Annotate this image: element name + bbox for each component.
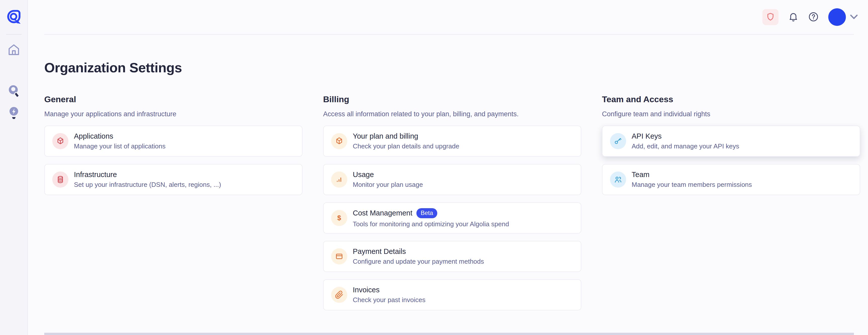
card-subtitle: Manage your list of applications bbox=[74, 142, 165, 150]
bar-chart-icon bbox=[331, 171, 347, 188]
section-general: General Manage your applications and inf… bbox=[44, 94, 303, 195]
section-subtitle: Configure team and individual rights bbox=[602, 110, 860, 118]
card-title: Infrastructure bbox=[74, 170, 117, 179]
algolia-logo[interactable] bbox=[0, 0, 27, 34]
card-subtitle: Add, edit, and manage your API keys bbox=[632, 142, 739, 150]
card-title: Usage bbox=[353, 170, 374, 179]
bell-icon bbox=[788, 11, 799, 23]
chevron-down-icon bbox=[850, 14, 858, 20]
section-billing: Billing Access all information related t… bbox=[323, 94, 581, 310]
section-subtitle: Access all information related to your p… bbox=[323, 110, 581, 118]
card-subtitle: Set up your infrastructure (DSN, alerts,… bbox=[74, 181, 221, 189]
paperclip-icon bbox=[331, 287, 347, 303]
people-icon bbox=[610, 171, 626, 188]
card-subtitle: Monitor your plan usage bbox=[353, 181, 423, 189]
key-icon bbox=[610, 133, 626, 149]
card-subtitle: Manage your team members permissions bbox=[632, 181, 752, 189]
sidebar-item-search[interactable] bbox=[7, 84, 21, 100]
beta-badge: Beta bbox=[416, 208, 437, 218]
recommend-product-icon bbox=[7, 106, 21, 122]
dollar-icon: $ bbox=[331, 210, 347, 226]
card-title: Invoices bbox=[353, 286, 379, 294]
settings-card-team[interactable]: Team Manage your team members permission… bbox=[602, 164, 860, 195]
help-button[interactable] bbox=[808, 11, 819, 23]
section-team-and-access: Team and Access Configure team and indiv… bbox=[602, 94, 860, 195]
settings-card-applications[interactable]: Applications Manage your list of applica… bbox=[44, 126, 303, 157]
sidebar-item-recommend[interactable] bbox=[7, 106, 21, 122]
card-subtitle: Check your past invoices bbox=[353, 296, 426, 304]
card-title: API Keys bbox=[632, 132, 661, 140]
section-title: Billing bbox=[323, 94, 581, 104]
section-subtitle: Manage your applications and infrastruct… bbox=[44, 110, 303, 118]
account-menu[interactable] bbox=[828, 8, 858, 26]
section-title: General bbox=[44, 94, 303, 104]
settings-card-api-keys[interactable]: API Keys Add, edit, and manage your API … bbox=[602, 126, 860, 157]
settings-card-cost-management[interactable]: $ Cost Management Beta Tools for monitor… bbox=[323, 202, 581, 234]
card-list: Applications Manage your list of applica… bbox=[44, 126, 303, 195]
settings-card-payment-details[interactable]: Payment Details Configure and update you… bbox=[323, 241, 581, 272]
help-icon bbox=[808, 11, 819, 23]
topbar-actions bbox=[763, 0, 858, 34]
card-title: Cost Management bbox=[353, 209, 412, 217]
topbar bbox=[28, 0, 868, 35]
sections-grid: General Manage your applications and inf… bbox=[44, 94, 868, 310]
card-subtitle: Tools for monitoring and optimizing your… bbox=[353, 220, 509, 228]
card-title: Team bbox=[632, 170, 650, 179]
shield-icon bbox=[766, 12, 775, 22]
settings-card-usage[interactable]: Usage Monitor your plan usage bbox=[323, 164, 581, 195]
notifications-button[interactable] bbox=[788, 11, 799, 23]
search-product-icon bbox=[7, 84, 21, 100]
home-icon bbox=[7, 43, 21, 58]
section-title: Team and Access bbox=[602, 94, 860, 104]
sidebar-divider bbox=[6, 34, 22, 35]
sidebar bbox=[0, 0, 28, 335]
sidebar-item-home[interactable] bbox=[7, 43, 21, 58]
card-title: Applications bbox=[74, 132, 113, 140]
box-icon bbox=[52, 133, 68, 149]
card-list: API Keys Add, edit, and manage your API … bbox=[602, 126, 860, 195]
credit-card-icon bbox=[331, 248, 347, 264]
security-shield-button[interactable] bbox=[763, 9, 778, 25]
settings-card-your-plan-and-billing[interactable]: Your plan and billing Check your plan de… bbox=[323, 126, 581, 157]
settings-card-invoices[interactable]: Invoices Check your past invoices bbox=[323, 279, 581, 310]
page-title: Organization Settings bbox=[44, 60, 868, 75]
card-title: Your plan and billing bbox=[353, 132, 418, 140]
svg-text:$: $ bbox=[337, 214, 341, 222]
main-content: Organization Settings General Manage you… bbox=[28, 35, 868, 335]
horizontal-scrollbar[interactable] bbox=[44, 333, 854, 335]
box-icon bbox=[331, 133, 347, 149]
card-subtitle: Configure and update your payment method… bbox=[353, 258, 484, 265]
card-subtitle: Check your plan details and upgrade bbox=[353, 142, 459, 150]
database-icon bbox=[52, 171, 68, 188]
avatar bbox=[828, 8, 846, 26]
card-list: Your plan and billing Check your plan de… bbox=[323, 126, 581, 310]
card-title: Payment Details bbox=[353, 247, 406, 256]
settings-card-infrastructure[interactable]: Infrastructure Set up your infrastructur… bbox=[44, 164, 303, 195]
